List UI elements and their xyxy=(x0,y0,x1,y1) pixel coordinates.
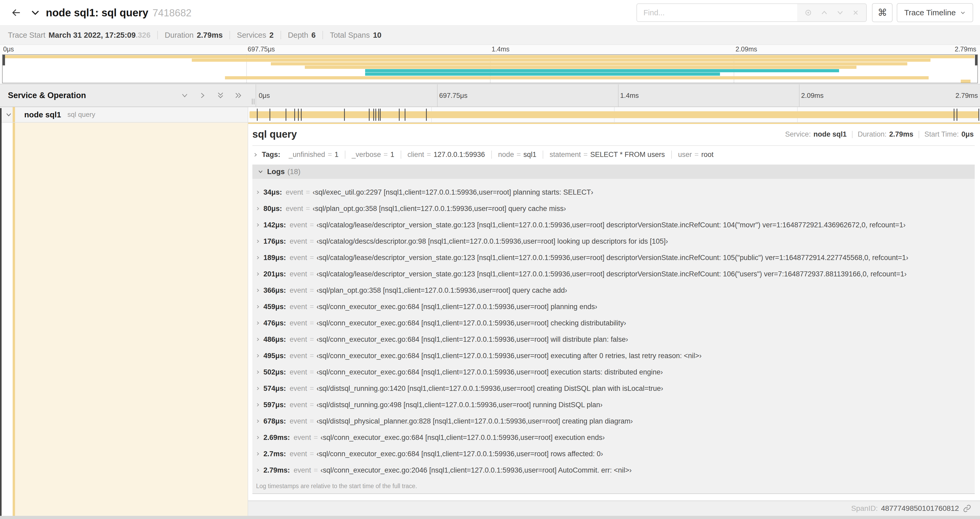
logs-header[interactable]: Logs (18) xyxy=(252,164,975,179)
column-resize-handle[interactable] xyxy=(252,99,255,104)
chevron-right-icon xyxy=(256,402,260,407)
log-entry[interactable]: 486μs:event=‹sql/conn_executor_exec.go:6… xyxy=(252,331,975,348)
tag-item[interactable]: _unfinished=1 xyxy=(282,150,345,159)
prev-result-icon[interactable] xyxy=(820,9,828,17)
trace-meta-label: Duration xyxy=(165,31,194,40)
log-entry[interactable]: 574μs:event=‹sql/distsql_running.go:1420… xyxy=(252,380,975,397)
log-entry[interactable]: 597μs:event=‹sql/distsql_running.go:498 … xyxy=(252,397,975,413)
tag-item[interactable]: statement=SELECT * FROM users xyxy=(543,150,671,159)
log-entry[interactable]: 502μs:event=‹sql/conn_executor_exec.go:6… xyxy=(252,364,975,380)
locate-icon[interactable] xyxy=(804,8,813,17)
log-tick-mark[interactable] xyxy=(257,109,258,121)
tag-item[interactable]: _verbose=1 xyxy=(345,150,401,159)
log-entry[interactable]: 189μs:event=‹sql/catalog/lease/descripto… xyxy=(252,249,975,266)
left-scroll-indicator[interactable] xyxy=(0,108,2,516)
log-entry[interactable]: 2.79ms:event=‹sql/conn_executor_exec.go:… xyxy=(252,462,975,478)
expand-one-icon[interactable] xyxy=(199,91,207,99)
log-tick-mark[interactable] xyxy=(378,109,379,121)
log-tick-mark[interactable] xyxy=(405,109,406,121)
log-field-value: ‹sql/plan_opt.go:358 [nsql1,client=127.0… xyxy=(312,204,566,213)
logs-title: Logs xyxy=(267,168,285,176)
log-equals: = xyxy=(310,401,314,409)
log-timestamp: 678μs: xyxy=(263,417,286,425)
log-tick-mark[interactable] xyxy=(301,109,302,121)
span-detail-overview: Service:node sql1Duration:2.79msStart Ti… xyxy=(785,130,974,139)
clear-find-icon[interactable] xyxy=(852,9,859,16)
minimap-tick-label: 2.09ms xyxy=(735,45,757,53)
log-tick-mark[interactable] xyxy=(956,109,957,121)
log-entry[interactable]: 2.69ms:event=‹sql/conn_executor_exec.go:… xyxy=(252,430,975,446)
log-tick-mark[interactable] xyxy=(426,109,427,121)
tag-key: client xyxy=(407,150,424,159)
log-field-key: event xyxy=(290,237,307,246)
back-button[interactable] xyxy=(7,7,26,18)
tag-item[interactable]: client=127.0.0.1:59936 xyxy=(401,150,492,159)
tags-row[interactable]: Tags: _unfinished=1_verbose=1client=127.… xyxy=(248,146,980,163)
minimap-span-bar xyxy=(365,72,720,76)
log-entry[interactable]: 2.7ms:event=‹sql/conn_executor_exec.go:6… xyxy=(252,446,975,462)
log-tick-mark[interactable] xyxy=(344,109,345,121)
log-field-value: ‹sql/catalog/lease/descriptor_version_st… xyxy=(317,254,908,262)
trace-meta-label: Trace Start xyxy=(8,31,45,40)
collapse-trace-header-chevron-icon[interactable] xyxy=(30,8,40,18)
log-equals: = xyxy=(310,335,314,343)
detail-meta-value: 2.79ms xyxy=(889,130,913,139)
log-tick-mark[interactable] xyxy=(373,109,374,121)
keyboard-shortcuts-button[interactable]: ⌘ xyxy=(872,3,892,22)
log-equals: = xyxy=(310,270,314,278)
span-duration-bar[interactable] xyxy=(250,111,979,118)
log-field-key: event xyxy=(290,221,307,229)
collapse-all-icon[interactable] xyxy=(216,91,224,99)
next-result-icon[interactable] xyxy=(836,9,844,17)
minimap-right-drag-handle[interactable] xyxy=(975,55,977,65)
trace-minimap: 0μs697.75μs1.4ms2.09ms2.79ms xyxy=(0,45,980,85)
log-entry[interactable]: 80μs:event=‹sql/plan_opt.go:358 [nsql1,c… xyxy=(252,200,975,217)
log-tick-mark[interactable] xyxy=(978,109,979,121)
span-row-name-cell[interactable]: node sql1 sql query xyxy=(0,107,248,122)
log-tick-mark[interactable] xyxy=(294,109,295,121)
log-field-key: event xyxy=(290,335,307,343)
log-entry[interactable]: 476μs:event=‹sql/conn_executor_exec.go:6… xyxy=(252,315,975,331)
tag-value: sql1 xyxy=(523,150,537,159)
span-row[interactable]: node sql1 sql query xyxy=(0,107,980,123)
minimap-canvas[interactable] xyxy=(2,54,978,83)
chevron-right-icon xyxy=(256,190,260,195)
log-entry[interactable]: 366μs:event=‹sql/plan_opt.go:358 [nsql1,… xyxy=(252,282,975,299)
trace-meta-item: Depth6 xyxy=(288,31,316,40)
log-tick-mark[interactable] xyxy=(399,109,399,121)
trace-meta-label: Total Spans xyxy=(330,31,370,40)
link-icon[interactable] xyxy=(963,505,971,513)
log-tick-mark[interactable] xyxy=(298,109,299,121)
log-tick-mark[interactable] xyxy=(286,109,286,121)
chevron-right-icon xyxy=(256,239,260,244)
log-entry[interactable]: 201μs:event=‹sql/catalog/lease/descripto… xyxy=(252,266,975,282)
log-field-key: event xyxy=(290,270,307,278)
minimap-left-drag-handle[interactable] xyxy=(3,55,5,65)
log-entry[interactable]: 34μs:event=‹sql/exec_util.go:2297 [nsql1… xyxy=(252,184,975,200)
log-tick-mark[interactable] xyxy=(380,109,381,121)
trace-meta-label: Depth xyxy=(288,31,308,40)
log-tick-mark[interactable] xyxy=(369,109,370,121)
find-input[interactable] xyxy=(637,4,797,21)
view-selector-button[interactable]: Trace Timeline xyxy=(897,3,973,22)
log-equals: = xyxy=(310,221,314,229)
span-row-timeline-cell[interactable] xyxy=(248,107,980,122)
log-entry[interactable]: 142μs:event=‹sql/catalog/lease/descripto… xyxy=(252,217,975,233)
minimap-span-bar xyxy=(3,55,974,58)
tag-item[interactable]: node=sql1 xyxy=(492,150,543,159)
log-field-value: ‹sql/catalog/descs/descriptor.go:98 [nsq… xyxy=(317,237,668,246)
expand-all-icon[interactable] xyxy=(234,91,242,99)
tag-item[interactable]: user=root xyxy=(672,150,720,159)
collapse-one-icon[interactable] xyxy=(181,91,189,99)
log-entry[interactable]: 459μs:event=‹sql/conn_executor_exec.go:6… xyxy=(252,299,975,315)
chevron-right-icon xyxy=(256,370,260,374)
log-entry[interactable]: 495μs:event=‹sql/conn_executor_exec.go:6… xyxy=(252,348,975,364)
log-tick-mark[interactable] xyxy=(375,109,376,121)
log-tick-mark[interactable] xyxy=(954,109,955,121)
log-entry[interactable]: 176μs:event=‹sql/catalog/descs/descripto… xyxy=(252,233,975,249)
log-field-value: ‹sql/distsql_physical_planner.go:828 [ns… xyxy=(317,417,633,425)
log-entry[interactable]: 678μs:event=‹sql/distsql_physical_planne… xyxy=(252,413,975,430)
log-tick-mark[interactable] xyxy=(269,109,270,121)
span-collapse-chevron-icon[interactable] xyxy=(5,111,12,118)
ruler-tick-label: 1.4ms xyxy=(620,91,639,100)
